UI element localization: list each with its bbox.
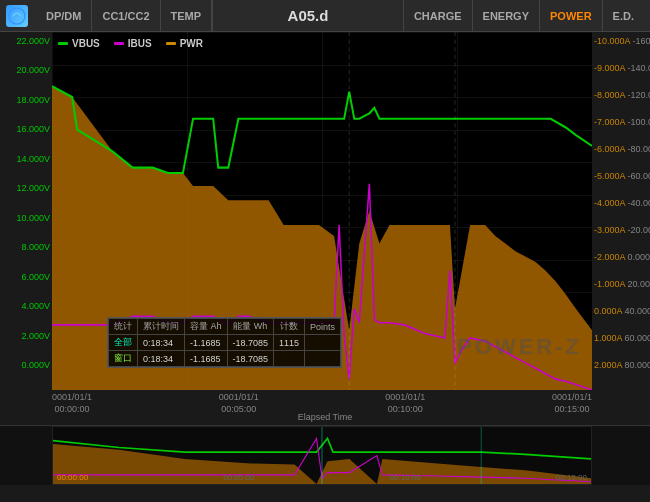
x-label-3: 0001/01/100:15:00 (552, 392, 592, 415)
chart-canvas[interactable]: VBUS IBUS PWR (52, 32, 592, 390)
mini-y-axis (0, 426, 52, 485)
stats-header-2: 容量 Ah (185, 319, 228, 335)
x-axis: 0001/01/100:00:00 0001/01/100:05:00 0001… (0, 390, 650, 412)
legend-pwr-dot (166, 42, 176, 45)
stats-row1-count (274, 351, 305, 367)
mini-right-axis (592, 426, 650, 485)
stats-table: 统计 累计时间 容量 Ah 能量 Wh 计数 Points 全部 0:18:34… (107, 317, 342, 368)
y-right-label-10: 0.000A 40.000W (594, 306, 648, 316)
y-left-label-11: 0.000V (2, 360, 50, 370)
legend-pwr: PWR (166, 38, 203, 49)
stats-header-4: 计数 (274, 319, 305, 335)
chart-legend: VBUS IBUS PWR (58, 38, 203, 49)
y-left-label-5: 12.000V (2, 183, 50, 193)
y-left-label-0: 22.000V (2, 36, 50, 46)
mini-chart[interactable]: 00:00:00 00:05:00 00:10:00 00:15:00 (52, 426, 592, 485)
legend-vbus-label: VBUS (72, 38, 100, 49)
legend-ibus-dot (114, 42, 124, 45)
chart-title: A05.d (212, 0, 403, 32)
y-right-label-11: 1.000A 60.000W (594, 333, 648, 343)
y-left-label-9: 4.000V (2, 301, 50, 311)
tab-power[interactable]: POWER (539, 0, 602, 32)
y-left-label-8: 6.000V (2, 272, 50, 282)
stats-row0-energy: -18.7085 (227, 335, 274, 351)
stats-row1-energy: -18.7085 (227, 351, 274, 367)
legend-pwr-label: PWR (180, 38, 203, 49)
mini-x-label-0: 00:00:00 (57, 473, 88, 482)
y-right-label-4: -6.000A -80.000W (594, 144, 648, 154)
top-bar: DP/DM CC1/CC2 TEMP A05.d CHARGE ENERGY P… (0, 0, 650, 32)
stats-row1-time: 0:18:34 (138, 351, 185, 367)
stats-row0-points (305, 335, 341, 351)
y-right-label-0: -10.000A -160.000W (594, 36, 648, 46)
main-chart-area: 22.000V 20.000V 18.000V 16.000V 14.000V … (0, 32, 650, 390)
mini-x-label-1: 00:05:00 (223, 473, 254, 482)
stats-header-3: 能量 Wh (227, 319, 274, 335)
svg-point-0 (9, 8, 25, 24)
tab-energy[interactable]: ENERGY (472, 0, 539, 32)
x-label-0: 0001/01/100:00:00 (52, 392, 92, 415)
y-left-label-3: 16.000V (2, 124, 50, 134)
tab-temp[interactable]: TEMP (161, 0, 213, 32)
stats-header-5: Points (305, 319, 341, 335)
stats-header-1: 累计时间 (138, 319, 185, 335)
stats-row0-time: 0:18:34 (138, 335, 185, 351)
legend-ibus-label: IBUS (128, 38, 152, 49)
y-left-label-2: 18.000V (2, 95, 50, 105)
watermark: POWER-Z (457, 334, 582, 360)
y-right-label-1: -9.000A -140.000W (594, 63, 648, 73)
logo (6, 5, 28, 27)
y-right-label-5: -5.000A -60.000W (594, 171, 648, 181)
stats-row0-label: 全部 (109, 335, 138, 351)
x-label-1: 0001/01/100:05:00 (219, 392, 259, 415)
y-left-label-4: 14.000V (2, 154, 50, 164)
stats-row1-label: 窗口 (109, 351, 138, 367)
mini-x-label-2: 00:10:00 (390, 473, 421, 482)
mini-x-labels: 00:00:00 00:05:00 00:10:00 00:15:00 (53, 473, 591, 482)
y-right-label-2: -8.000A -120.000W (594, 90, 648, 100)
stats-row0-capacity: -1.1685 (185, 335, 228, 351)
y-right-label-12: 2.000A 80.000W (594, 360, 648, 370)
tab-dp-dm[interactable]: DP/DM (36, 0, 92, 32)
legend-vbus: VBUS (58, 38, 100, 49)
y-right-label-6: -4.000A -40.000W (594, 198, 648, 208)
tab-ed[interactable]: E.D. (602, 0, 644, 32)
y-axis-right: -10.000A -160.000W -9.000A -140.000W -8.… (592, 32, 650, 390)
y-right-label-9: -1.000A 20.000W (594, 279, 648, 289)
logo-icon (6, 5, 28, 27)
y-left-label-1: 20.000V (2, 65, 50, 75)
y-right-label-7: -3.000A -20.000W (594, 225, 648, 235)
x-label-2: 0001/01/100:10:00 (385, 392, 425, 415)
tab-cc1-cc2[interactable]: CC1/CC2 (92, 0, 160, 32)
y-right-label-8: -2.000A 0.000W (594, 252, 648, 262)
y-axis-left: 22.000V 20.000V 18.000V 16.000V 14.000V … (0, 32, 52, 390)
mini-chart-area[interactable]: 00:00:00 00:05:00 00:10:00 00:15:00 (0, 425, 650, 485)
mini-x-label-3: 00:15:00 (556, 473, 587, 482)
legend-ibus: IBUS (114, 38, 152, 49)
stats-row0-count: 1115 (274, 335, 305, 351)
stats-row1-capacity: -1.1685 (185, 351, 228, 367)
y-left-label-6: 10.000V (2, 213, 50, 223)
y-right-label-3: -7.000A -100.000W (594, 117, 648, 127)
stats-header-0: 统计 (109, 319, 138, 335)
tab-charge[interactable]: CHARGE (403, 0, 472, 32)
y-left-label-10: 2.000V (2, 331, 50, 341)
y-left-label-7: 8.000V (2, 242, 50, 252)
legend-vbus-dot (58, 42, 68, 45)
stats-row1-points (305, 351, 341, 367)
nav-tabs: DP/DM CC1/CC2 TEMP A05.d (36, 0, 403, 32)
